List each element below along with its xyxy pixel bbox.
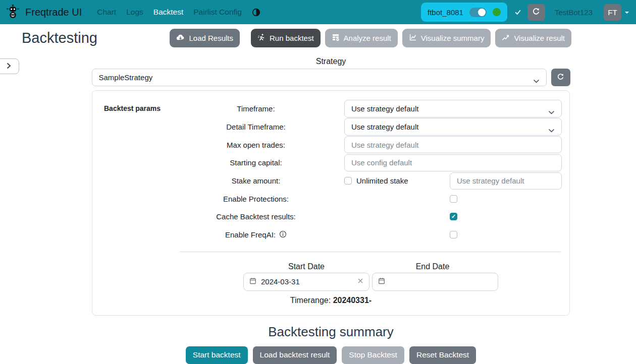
load-backtest-result-button[interactable]: Load backtest result: [253, 346, 337, 364]
sidebar-expand-button[interactable]: [0, 58, 19, 74]
cache-results-checkbox[interactable]: [450, 213, 457, 220]
starting-capital-input[interactable]: [344, 154, 562, 171]
info-icon[interactable]: [279, 230, 287, 239]
chevron-down-icon: [548, 126, 555, 134]
strategy-label: Strategy: [316, 57, 346, 66]
clear-icon: [357, 278, 363, 285]
bot-toggle-switch[interactable]: [469, 8, 487, 17]
bot-name: ftbot_8081: [428, 8, 463, 17]
start-date-input[interactable]: 2024-03-31: [243, 273, 369, 291]
refresh-icon: [532, 8, 540, 17]
panel-title: Backtest params: [104, 104, 161, 112]
visualize-summary-button[interactable]: Visualize summary: [402, 29, 491, 47]
timerange-label: Timerange:: [290, 296, 331, 305]
start-date-value: 2024-03-31: [261, 277, 300, 286]
chart-line-icon: [409, 33, 417, 43]
reset-backtest-button[interactable]: Reset Backtest: [409, 346, 476, 364]
clear-start-date-button[interactable]: [357, 278, 363, 285]
chevron-right-icon: [7, 63, 11, 71]
stake-amount-input[interactable]: [450, 172, 562, 190]
robot-logo-icon: [5, 4, 21, 21]
connected-check-icon: [514, 9, 521, 16]
stop-backtest-button[interactable]: Stop Backtest: [342, 346, 404, 364]
start-date-label: Start Date: [243, 262, 369, 271]
backtest-content: Strategy SampleStrategy Backtest params …: [26, 47, 636, 364]
calendar-icon: [249, 277, 256, 286]
header-actions: Load Results Run backtest Analyze resu: [170, 29, 571, 47]
navbar-right: ftbot_8081 TestBot123 FT: [421, 3, 629, 22]
timeframe-row: Timeframe: Use strategy default: [92, 100, 569, 118]
run-icon: [257, 33, 266, 43]
nav-item-backtest[interactable]: Backtest: [153, 8, 183, 17]
end-date-label: End Date: [369, 262, 496, 271]
start-backtest-button[interactable]: Start backtest: [186, 346, 248, 364]
starting-capital-label: Starting capital:: [172, 158, 340, 167]
navbar: Freqtrade UI Chart Logs Backtest Pairlis…: [0, 0, 636, 24]
enable-freqai-row: Enable FreqAI:: [92, 226, 569, 244]
max-open-trades-input[interactable]: [344, 136, 562, 153]
detail-timeframe-select[interactable]: Use strategy default: [344, 118, 562, 136]
brand[interactable]: Freqtrade UI: [5, 4, 82, 21]
toggle-knob: [478, 9, 486, 16]
enable-freqai-label: Enable FreqAI:: [225, 230, 276, 239]
stake-amount-label: Stake amount:: [172, 176, 340, 185]
timerange: Timerange: 20240331-: [92, 296, 569, 305]
backtest-params-panel: Backtest params Timeframe: Use strategy …: [92, 90, 570, 316]
brand-title: Freqtrade UI: [25, 7, 82, 18]
max-open-trades-row: Max open trades:: [92, 136, 569, 154]
chevron-down-icon: [533, 76, 540, 85]
page-header: Backtesting Load Results Run backtest: [0, 24, 636, 47]
detail-timeframe-label: Detail Timeframe:: [172, 123, 340, 131]
chart-result-icon: [502, 33, 510, 43]
unlimited-stake-checkbox[interactable]: [344, 177, 352, 185]
cloud-download-icon: [176, 33, 185, 43]
user-menu[interactable]: FT: [604, 4, 629, 21]
enable-protections-checkbox[interactable]: [450, 195, 457, 203]
avatar: FT: [604, 4, 621, 21]
max-open-trades-label: Max open trades:: [172, 141, 340, 149]
nav-links: Chart Logs Backtest Pairlist Config: [97, 8, 242, 17]
bot-username: TestBot123: [555, 8, 593, 17]
visualize-result-button[interactable]: Visualize result: [495, 29, 571, 47]
date-inputs-row: 2024-03-31: [243, 273, 569, 291]
online-status-dot: [493, 8, 501, 16]
divider: [180, 252, 561, 252]
enable-protections-row: Enable Protections:: [92, 190, 569, 208]
nav-item-logs[interactable]: Logs: [126, 8, 143, 17]
cache-results-row: Cache Backtest results:: [92, 208, 569, 226]
timeframe-label: Timeframe:: [172, 104, 340, 113]
calendar-icon: [378, 277, 385, 286]
timeframe-select[interactable]: Use strategy default: [344, 100, 562, 117]
refresh-icon: [557, 73, 564, 82]
summary-actions: Start backtest Load backtest result Stop…: [186, 346, 476, 364]
end-date-input[interactable]: [372, 273, 498, 291]
reload-strategies-button[interactable]: [551, 69, 570, 86]
refresh-bot-button[interactable]: [527, 4, 545, 21]
enable-protections-label: Enable Protections:: [172, 195, 340, 203]
nav-item-chart[interactable]: Chart: [97, 8, 116, 17]
summary-title: Backtesting summary: [268, 324, 394, 340]
table-gear-icon: [332, 33, 340, 43]
cache-results-label: Cache Backtest results:: [172, 212, 340, 221]
enable-freqai-checkbox[interactable]: [450, 231, 457, 238]
load-results-button[interactable]: Load Results: [170, 29, 240, 47]
timerange-value: 20240331-: [333, 296, 372, 305]
date-labels-row: Start Date End Date: [243, 262, 498, 271]
nav-item-pairlist-config[interactable]: Pairlist Config: [193, 8, 242, 17]
strategy-row: SampleStrategy: [92, 69, 570, 86]
stake-amount-row: Stake amount: Unlimited stake: [92, 172, 569, 190]
page-title: Backtesting: [22, 30, 97, 46]
theme-toggle-icon[interactable]: [252, 8, 260, 17]
analyze-result-button[interactable]: Analyze result: [325, 29, 398, 47]
starting-capital-row: Starting capital:: [92, 154, 569, 172]
strategy-select[interactable]: SampleStrategy: [92, 69, 547, 86]
detail-timeframe-row: Detail Timeframe: Use strategy default: [92, 118, 569, 136]
chevron-down-icon: [548, 107, 555, 116]
unlimited-stake-label: Unlimited stake: [356, 176, 408, 185]
caret-down-icon: [625, 12, 629, 16]
bot-selector[interactable]: ftbot_8081: [421, 3, 507, 22]
run-backtest-button[interactable]: Run backtest: [251, 29, 321, 47]
